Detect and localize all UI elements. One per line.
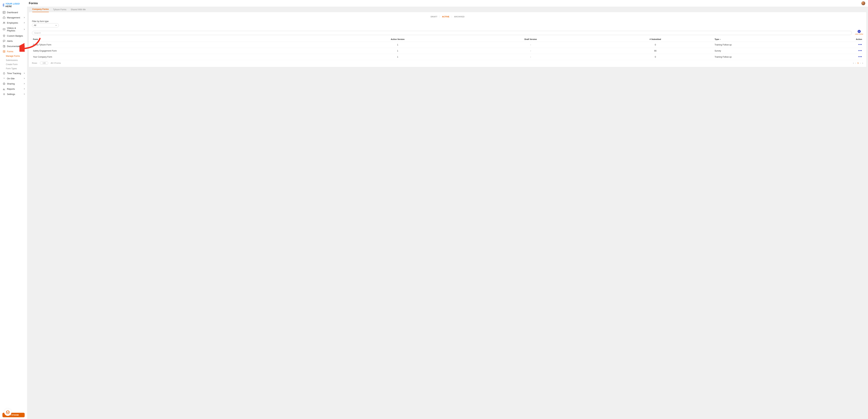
sidebar-item-onsite[interactable]: On-Site xyxy=(0,76,27,81)
svg-point-19 xyxy=(3,52,4,52)
sidebar-item-time-tracking[interactable]: Time Tracking xyxy=(0,71,27,76)
sidebar-sub-manage-forms[interactable]: Manage Forms xyxy=(0,54,27,58)
svg-point-5 xyxy=(4,22,5,23)
svg-point-10 xyxy=(4,41,5,41)
gear-icon xyxy=(3,93,5,95)
col-form[interactable]: Form▾ xyxy=(32,37,331,42)
users-icon xyxy=(3,22,5,24)
sidebar-item-alerts[interactable]: Alerts xyxy=(0,38,27,43)
sidebar-item-label: Time Tracking xyxy=(7,72,21,75)
sidebar-item-label: Dashboard xyxy=(7,11,18,14)
doc-icon xyxy=(3,45,5,47)
sidebar-item-reports[interactable]: Reports xyxy=(0,86,27,92)
status-tab-draft[interactable]: DRAFT xyxy=(428,15,439,18)
pager-next-icon[interactable]: › xyxy=(860,62,861,64)
table-row[interactable]: Safety Engagement Form1-66Survey••• xyxy=(32,48,863,54)
table-row[interactable]: Your Company Form1-0Training Follow-up••… xyxy=(32,54,863,60)
pager-last-icon[interactable]: » xyxy=(862,62,863,64)
chat-icon xyxy=(3,40,5,42)
sidebar-item-dashboard[interactable]: Dashboard xyxy=(0,10,27,15)
logo-text-dark: HERE xyxy=(5,5,12,8)
col-submitted[interactable]: # Submitted xyxy=(597,37,713,42)
chevron-right-icon xyxy=(24,17,25,18)
pager-prev-icon[interactable]: ‹ xyxy=(856,62,856,64)
sort-icon: ▾ xyxy=(38,38,39,40)
share-icon xyxy=(3,83,5,85)
svg-point-7 xyxy=(4,35,4,36)
status-tab-archived[interactable]: ARCHIVED xyxy=(452,15,467,18)
sidebar-item-sharing[interactable]: Sharing xyxy=(0,81,27,86)
filter-form-type-select[interactable]: All xyxy=(32,23,59,27)
chevron-right-icon xyxy=(24,72,25,74)
add-form-button[interactable]: + ADD FORM xyxy=(855,30,863,35)
cell-form: Your Company Form xyxy=(32,54,331,60)
sidebar-item-management[interactable]: Management xyxy=(0,15,27,20)
chevron-right-icon xyxy=(24,22,25,24)
tab-tyfoom-forms[interactable]: Tyfoom Forms xyxy=(53,8,66,12)
topbar: Forms xyxy=(27,0,868,7)
avatar[interactable] xyxy=(861,1,865,5)
status-tab-active[interactable]: ACTIVE xyxy=(439,15,452,18)
svg-point-9 xyxy=(4,41,4,41)
svg-point-8 xyxy=(3,41,4,41)
rows-per-page-select[interactable] xyxy=(40,61,48,65)
cell-type: Training Follow-up xyxy=(713,54,830,60)
play-icon xyxy=(3,28,5,31)
brand-logo-icon xyxy=(4,409,11,416)
pager: « ‹ 1 › » xyxy=(853,62,863,64)
col-draft-version[interactable]: Draft Version xyxy=(464,37,597,42)
forms-table: Form▾ Active Version Draft Version # Sub… xyxy=(32,37,863,60)
logo-text-blue: YOUR LOGO xyxy=(5,2,20,5)
svg-point-24 xyxy=(4,78,4,78)
content-area: Company Forms Tyfoom Forms Shared With M… xyxy=(27,7,868,419)
tab-company-forms[interactable]: Company Forms xyxy=(32,8,49,12)
sidebar-item-label: Documentation xyxy=(7,45,22,47)
shield-icon xyxy=(3,35,5,37)
table-row[interactable]: Demo Tyfoom Form1-0Training Follow-up••• xyxy=(32,42,863,48)
pager-first-icon[interactable]: « xyxy=(853,62,854,64)
content-tabs: Company Forms Tyfoom Forms Shared With M… xyxy=(29,7,866,12)
timer-icon xyxy=(3,72,5,75)
svg-rect-0 xyxy=(3,11,5,13)
row-actions-button[interactable]: ••• xyxy=(858,55,862,58)
row-actions-button[interactable]: ••• xyxy=(858,43,862,46)
chevron-right-icon xyxy=(24,83,25,84)
sidebar-item-employees[interactable]: Employees xyxy=(0,20,27,25)
table-footer: Rows: All 3 Forms « ‹ 1 › » xyxy=(32,61,863,65)
search-input[interactable] xyxy=(32,31,852,35)
cell-form: Demo Tyfoom Form xyxy=(32,42,331,48)
svg-point-32 xyxy=(6,411,9,414)
sidebar-item-label: Employees xyxy=(7,22,18,24)
page-title: Forms xyxy=(29,2,38,5)
chevron-right-icon xyxy=(24,51,25,52)
sidebar-item-forms[interactable]: Forms xyxy=(0,49,27,54)
cell-draft-version: - xyxy=(464,54,597,60)
col-active-version[interactable]: Active Version xyxy=(331,37,464,42)
cell-active-version: 1 xyxy=(331,48,464,54)
col-action: Action xyxy=(830,37,863,42)
row-actions-button[interactable]: ••• xyxy=(858,49,862,52)
col-type[interactable]: Type▾ xyxy=(713,37,830,42)
chart-icon xyxy=(3,88,5,90)
chevron-right-icon xyxy=(24,88,25,90)
filter-label: Filter by form type xyxy=(32,20,863,23)
main: Forms Company Forms Tyfoom Forms Shared … xyxy=(27,0,868,419)
chevron-right-icon xyxy=(24,45,25,47)
sidebar-sub-form-types[interactable]: Form Types xyxy=(0,66,27,71)
sidebar-item-label: Reports xyxy=(7,88,15,90)
chevron-right-icon xyxy=(24,93,25,95)
sidebar-item-videos[interactable]: Videos & Playlists xyxy=(0,25,27,33)
pin-icon xyxy=(3,77,5,80)
sidebar-sub-create-form[interactable]: Create Form xyxy=(0,62,27,66)
tab-shared-with-me[interactable]: Shared With Me xyxy=(71,8,86,12)
svg-point-26 xyxy=(4,83,4,84)
plus-icon: + xyxy=(858,30,861,33)
sidebar-item-documentation[interactable]: Documentation xyxy=(0,43,27,49)
sidebar-item-label: Alerts xyxy=(7,40,13,42)
row-count-text: All 3 Forms xyxy=(51,62,61,64)
sidebar-item-badges[interactable]: Custom Badges xyxy=(0,33,27,38)
sidebar-item-settings[interactable]: Settings xyxy=(0,92,27,97)
sidebar-sub-submissions[interactable]: Submissions xyxy=(0,58,27,62)
svg-rect-3 xyxy=(3,17,5,19)
brand-label: TYFOOM xyxy=(10,414,19,416)
